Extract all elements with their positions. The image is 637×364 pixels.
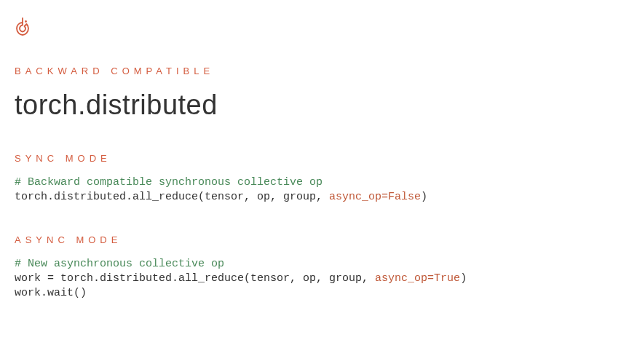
sync-mode-label: SYNC MODE <box>15 153 622 164</box>
sync-line-suffix: ) <box>421 191 427 203</box>
svg-point-0 <box>25 20 27 23</box>
page-title: torch.distributed <box>15 90 622 121</box>
async-mode-label: ASYNC MODE <box>15 234 622 245</box>
sync-kw: async_op=False <box>329 191 421 203</box>
sync-line-prefix: torch.distributed.all_reduce(tensor, op,… <box>15 191 329 203</box>
eyebrow-label: BACKWARD COMPATIBLE <box>15 66 622 76</box>
async-line1-suffix: ) <box>460 272 467 285</box>
pytorch-logo-icon <box>15 17 622 36</box>
async-line1-prefix: work = torch.distributed.all_reduce(tens… <box>15 272 375 285</box>
async-comment: # New asynchronous collective op <box>15 258 224 270</box>
async-line2: work.wait() <box>15 287 87 299</box>
sync-comment: # Backward compatible synchronous collec… <box>15 176 323 189</box>
async-code-block: # New asynchronous collective op work = … <box>15 257 622 301</box>
async-line1-kw: async_op=True <box>375 272 460 285</box>
sync-code-block: # Backward compatible synchronous collec… <box>15 175 622 205</box>
